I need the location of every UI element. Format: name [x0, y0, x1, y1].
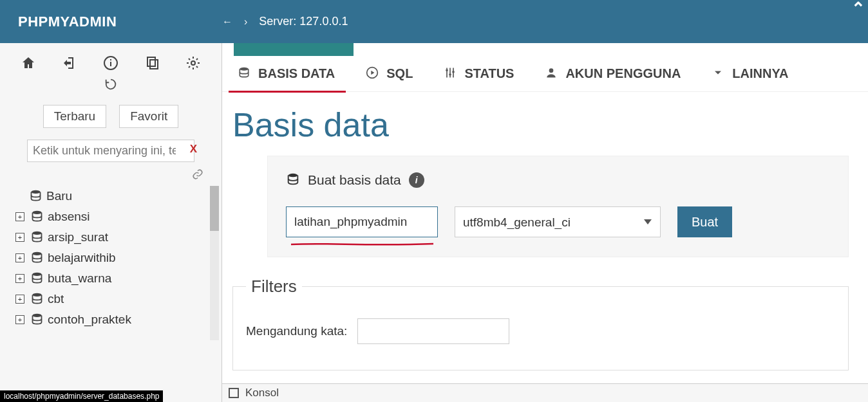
database-icon	[28, 250, 45, 266]
logout-icon[interactable]	[62, 55, 77, 73]
tab-sql[interactable]: SQL	[350, 56, 428, 91]
tab-recent[interactable]: Terbaru	[43, 105, 106, 128]
create-button[interactable]: Buat	[677, 206, 732, 237]
console-icon	[229, 388, 239, 398]
collation-select[interactable]: utf8mb4_general_ci	[455, 206, 661, 237]
tree-item[interactable]: + arsip_surat	[15, 227, 222, 248]
server-breadcrumb[interactable]: Server: 127.0.0.1	[259, 15, 348, 28]
collapse-top-icon[interactable]: ⌃	[851, 0, 865, 19]
breadcrumb: ← › Server: 127.0.0.1	[222, 15, 348, 28]
info-icon[interactable]	[103, 55, 118, 73]
play-icon	[366, 66, 379, 81]
create-heading: Buat basis data i	[286, 172, 830, 188]
expand-icon[interactable]: +	[15, 233, 24, 242]
tab-users[interactable]: AKUN PENGGUNA	[529, 56, 696, 91]
database-icon	[28, 209, 45, 224]
back-arrow-icon[interactable]: ←	[222, 16, 232, 28]
database-icon	[28, 291, 45, 307]
filters-legend: Filters	[246, 277, 302, 297]
top-bar: PHPMYADMIN ← › Server: 127.0.0.1 ⌃	[0, 0, 868, 43]
status-url: localhost/phpmyadmin/server_databases.ph…	[0, 390, 163, 402]
tree-item[interactable]: + belajarwithib	[15, 248, 222, 268]
console-bar[interactable]: Konsol	[222, 383, 868, 402]
expand-icon[interactable]: +	[15, 295, 24, 304]
contains-input[interactable]	[357, 318, 509, 344]
tree-item[interactable]: + absensi	[15, 206, 222, 227]
tree-scrollbar[interactable]	[210, 186, 219, 340]
main-tabs: BASIS DATA SQL STATUS AKUN PENGGUNA LAIN…	[222, 56, 868, 92]
tree-item[interactable]: + buta_warna	[15, 268, 222, 289]
active-tab-underline	[229, 91, 346, 93]
database-icon	[27, 188, 44, 204]
expand-icon[interactable]: +	[15, 274, 24, 283]
sidebar: Terbaru Favorit X Baru + absensi + arsip…	[0, 43, 222, 402]
link-icon[interactable]	[192, 169, 203, 181]
help-icon[interactable]: i	[409, 172, 424, 188]
caret-down-icon	[712, 66, 724, 81]
database-icon	[28, 230, 45, 245]
sidebar-tabs: Terbaru Favorit	[0, 105, 222, 128]
filters-panel: Filters Mengandung kata:	[232, 277, 849, 370]
tree-item-new[interactable]: Baru	[27, 186, 222, 206]
brand-logo[interactable]: PHPMYADMIN	[0, 14, 222, 30]
sidebar-filter-input[interactable]	[27, 140, 194, 162]
home-icon[interactable]	[21, 55, 36, 73]
expand-icon[interactable]: +	[15, 315, 24, 324]
database-icon	[28, 312, 45, 327]
active-tab-backdrop	[234, 43, 354, 56]
tree-item[interactable]: + cbt	[15, 289, 222, 309]
user-icon	[545, 66, 558, 81]
forward-arrow-icon[interactable]: ›	[244, 16, 247, 28]
clear-filter-icon[interactable]: X	[190, 143, 197, 156]
page-title: Basis data	[222, 94, 868, 156]
tab-favorite[interactable]: Favorit	[119, 105, 178, 128]
sidebar-toolbar	[0, 55, 222, 73]
expand-icon[interactable]: +	[15, 212, 24, 221]
database-name-input[interactable]	[286, 206, 438, 237]
database-icon	[238, 66, 250, 81]
sliders-icon	[444, 66, 457, 81]
database-tree: Baru + absensi + arsip_surat + belajarwi…	[0, 186, 222, 330]
tab-more[interactable]: LAINNYA	[696, 56, 804, 91]
docs-icon[interactable]	[144, 55, 160, 73]
create-database-panel: Buat basis data i utf8mb4_general_ci Bua…	[267, 156, 849, 257]
refresh-icon[interactable]	[0, 77, 222, 93]
database-icon	[286, 172, 300, 188]
gear-icon[interactable]	[185, 55, 201, 73]
main-content: BASIS DATA SQL STATUS AKUN PENGGUNA LAIN…	[222, 43, 868, 402]
contains-label: Mengandung kata:	[246, 324, 347, 338]
expand-icon[interactable]: +	[15, 253, 24, 262]
database-icon	[28, 271, 45, 286]
tree-item[interactable]: + contoh_praktek	[15, 309, 222, 330]
tab-status[interactable]: STATUS	[428, 56, 529, 91]
tab-database[interactable]: BASIS DATA	[222, 56, 350, 91]
annotation-underline	[290, 238, 435, 241]
